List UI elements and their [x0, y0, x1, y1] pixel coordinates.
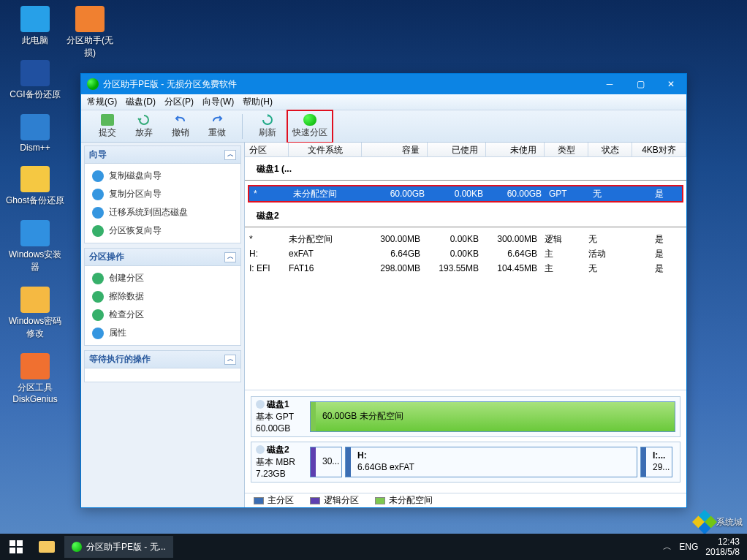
pending-header: 等待执行的操作 [89, 353, 151, 366]
titlebar[interactable]: 分区助手PE版 - 无损分区免费软件 ─ ▢ ✕ [81, 74, 686, 94]
desktop-icon[interactable]: Windows密码修改 [6, 287, 64, 340]
collapse-icon[interactable]: ︿ [224, 252, 236, 262]
desktop-icon[interactable]: Ghost备份还原 [6, 166, 64, 207]
clock[interactable]: 12:432018/5/8 [705, 537, 740, 558]
refresh-button[interactable]: 刷新 [250, 112, 285, 141]
desktop-icon[interactable]: 分区助手(无损) [64, 6, 115, 59]
disk-map-entry: 磁盘1基本 GPT60.00GB 60.00GB 未分配空间 [251, 396, 680, 437]
maximize-button[interactable]: ▢ [625, 74, 656, 94]
disk-map: 磁盘1基本 GPT60.00GB 60.00GB 未分配空间 磁盘2基本 MBR… [245, 390, 686, 493]
file-explorer-button[interactable] [32, 534, 61, 560]
partops-header: 分区操作 [89, 251, 124, 263]
wizard-item[interactable]: 分区恢复向导 [86, 222, 239, 240]
disk-segment[interactable]: 60.00GB 未分配空间 [310, 401, 675, 432]
menu-help[interactable]: 帮助(H) [243, 96, 273, 108]
redo-button[interactable]: 重做 [200, 112, 235, 141]
svg-rect-2 [10, 548, 15, 553]
menu-partition[interactable]: 分区(P) [164, 96, 194, 108]
taskbar: 分区助手PE版 - 无... ︿ ENG 12:432018/5/8 [0, 534, 747, 560]
close-button[interactable]: ✕ [656, 74, 686, 94]
wizard-header: 向导 [89, 148, 107, 161]
commit-button[interactable]: 提交 [90, 112, 125, 141]
disk-segment[interactable]: I:...29... [640, 447, 672, 477]
watermark: 系统城 [696, 513, 743, 531]
partop-item[interactable]: 检查分区 [86, 306, 239, 324]
toolbar: 提交 放弃 撤销 重做 刷新 快速分区 [81, 110, 686, 143]
wizard-item[interactable]: 复制磁盘向导 [86, 167, 239, 185]
menu-general[interactable]: 常规(G) [87, 96, 117, 108]
menubar: 常规(G) 磁盘(D) 分区(P) 向导(W) 帮助(H) [81, 94, 686, 110]
tray-up-icon[interactable]: ︿ [663, 541, 672, 553]
desktop-icon[interactable]: CGI备份还原 [6, 60, 64, 101]
partop-item[interactable]: 创建分区 [86, 269, 239, 287]
collapse-icon[interactable]: ︿ [224, 150, 236, 160]
svg-rect-1 [17, 540, 23, 546]
column-headers: 分区 文件系统 容量 已使用 未使用 类型 状态 4KB对齐 [245, 143, 686, 157]
quick-partition-button[interactable]: 快速分区 [289, 112, 331, 141]
left-sidebar: 向导︿ 复制磁盘向导复制分区向导迁移系统到固态磁盘分区恢复向导 分区操作︿ 创建… [81, 143, 245, 507]
menu-wizard[interactable]: 向导(W) [202, 96, 234, 108]
wizard-panel: 向导︿ 复制磁盘向导复制分区向导迁移系统到固态磁盘分区恢复向导 [84, 145, 241, 243]
lang-indicator[interactable]: ENG [679, 542, 698, 552]
partition-row[interactable]: *未分配空间60.00GB 0.00KB60.00GBGPT 无是 [249, 186, 682, 201]
partop-item[interactable]: 属性 [86, 324, 239, 342]
disk-segment[interactable]: H:6.64GB exFAT [345, 447, 637, 477]
partition-ops-panel: 分区操作︿ 创建分区擦除数据检查分区属性 [84, 248, 241, 346]
taskbar-app[interactable]: 分区助手PE版 - 无... [64, 536, 173, 558]
wizard-item[interactable]: 迁移系统到固态磁盘 [86, 203, 239, 222]
disk-header: 磁盘2 [245, 204, 686, 224]
app-window: 分区助手PE版 - 无损分区免费软件 ─ ▢ ✕ 常规(G) 磁盘(D) 分区(… [80, 73, 687, 508]
quick-partition-highlight: 快速分区 [287, 110, 333, 143]
disk-header: 磁盘1 (... [245, 157, 686, 178]
menu-disk[interactable]: 磁盘(D) [126, 96, 156, 108]
desktop-icon[interactable]: Dism++ [6, 114, 64, 153]
desktop-icon[interactable]: Windows安装器 [6, 220, 64, 273]
minimize-button[interactable]: ─ [594, 74, 625, 94]
partition-row[interactable]: H:exFAT6.64GB 0.00KB6.64GB主 活动是 [245, 246, 686, 261]
discard-button[interactable]: 放弃 [126, 112, 162, 141]
partition-row[interactable]: *未分配空间300.00MB 0.00KB300.00MB逻辑 无是 [245, 232, 686, 246]
right-pane: 分区 文件系统 容量 已使用 未使用 类型 状态 4KB对齐 磁盘1 (... … [245, 143, 686, 507]
partition-row[interactable]: I: EFIFAT16298.00MB 193.55MB104.45MB主 无是 [245, 261, 686, 276]
wizard-item[interactable]: 复制分区向导 [86, 185, 239, 203]
svg-rect-0 [10, 540, 15, 546]
system-tray: ︿ ENG 12:432018/5/8 [663, 537, 747, 558]
start-button[interactable] [0, 534, 32, 560]
desktop-icon[interactable]: 分区工具DiskGenius [6, 353, 64, 404]
window-title: 分区助手PE版 - 无损分区免费软件 [103, 78, 594, 91]
partop-item[interactable]: 擦除数据 [86, 287, 239, 306]
svg-rect-3 [17, 548, 23, 553]
desktop-icon[interactable]: 此电脑 [6, 6, 64, 47]
selected-row-highlight: *未分配空间60.00GB 0.00KB60.00GBGPT 无是 [248, 185, 683, 203]
undo-button[interactable]: 撤销 [163, 112, 198, 141]
disk-segment[interactable]: 30... [310, 447, 342, 477]
collapse-icon[interactable]: ︿ [224, 355, 236, 365]
app-icon [87, 78, 99, 90]
pending-panel: 等待执行的操作︿ [84, 350, 241, 382]
disk-map-entry: 磁盘2基本 MBR7.23GB 30...H:6.64GB exFATI:...… [251, 442, 680, 483]
legend: 主分区 逻辑分区 未分配空间 [245, 493, 686, 507]
